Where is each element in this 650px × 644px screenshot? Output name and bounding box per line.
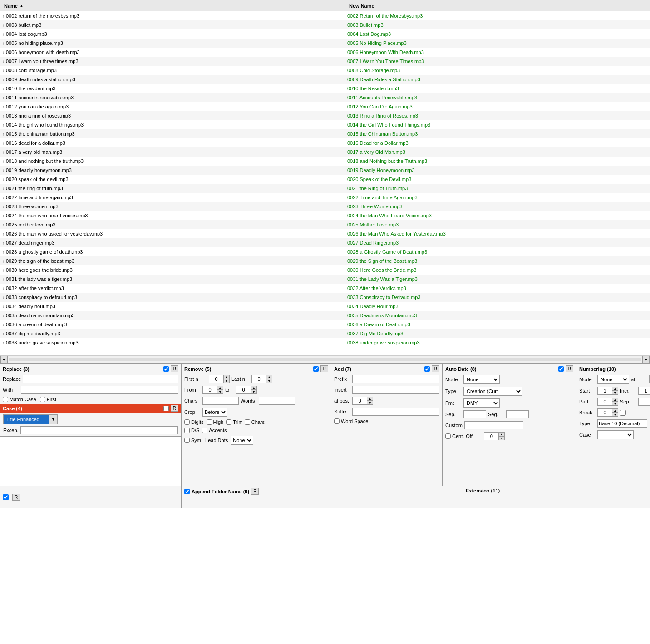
num-break-up-btn[interactable]: ▲ — [612, 408, 618, 413]
cent-checkbox-label[interactable]: Cent. — [445, 433, 464, 439]
word-space-checkbox-label[interactable]: Word Space — [334, 418, 368, 424]
at-pos-up-btn[interactable]: ▲ — [367, 397, 373, 401]
ds-checkbox[interactable] — [184, 428, 190, 433]
table-row[interactable]: ♪0005 no hiding place.mp30005 No Hiding … — [0, 39, 650, 48]
trim-checkbox[interactable] — [226, 419, 231, 425]
table-row[interactable]: ♪0016 dead for a dollar.mp30016 Dead for… — [0, 138, 650, 147]
table-row[interactable]: ♪0015 the chinaman button.mp30015 the Ch… — [0, 129, 650, 138]
col-newname-header[interactable]: New Name — [345, 0, 650, 11]
to-up-btn[interactable]: ▲ — [251, 386, 257, 390]
add-panel-checkbox[interactable] — [424, 366, 430, 372]
excep-input[interactable] — [20, 426, 178, 434]
scroll-right-btn[interactable]: ► — [642, 356, 650, 363]
at-pos-down-btn[interactable]: ▼ — [367, 401, 373, 405]
off-spinbox[interactable]: ▲ ▼ — [484, 432, 505, 440]
table-row[interactable]: ♪0010 the resident.mp30010 the Resident.… — [0, 84, 650, 93]
autodate-sep-input[interactable] — [463, 410, 486, 418]
append-r-button[interactable]: R — [251, 488, 259, 495]
table-row[interactable]: ♪0036 a dream of death.mp30036 a Dream o… — [0, 320, 650, 329]
num-break-checkbox[interactable] — [620, 410, 626, 416]
sym-checkbox-label[interactable]: Sym. — [184, 438, 202, 443]
bottom-left-checkbox[interactable] — [3, 494, 9, 500]
num-sep-input[interactable] — [638, 398, 650, 406]
lastn-up-btn[interactable]: ▲ — [266, 375, 272, 379]
autodate-mode-select[interactable]: None Prefix Suffix Insert — [463, 375, 500, 384]
word-space-checkbox[interactable] — [334, 418, 340, 424]
with-input[interactable] — [21, 386, 178, 394]
from-down-btn[interactable]: ▼ — [217, 390, 223, 394]
from-spinbox[interactable]: ▲ ▼ — [202, 386, 223, 394]
autodate-r-button[interactable]: R — [566, 365, 573, 372]
table-row[interactable]: ♪0033 conspiracy to defraud.mp30033 Cons… — [0, 293, 650, 302]
table-row[interactable]: ♪0002 return of the moresbys.mp30002 Ret… — [0, 11, 650, 20]
match-case-checkbox[interactable] — [3, 397, 8, 402]
cent-checkbox[interactable] — [445, 433, 451, 439]
table-row[interactable]: ♪0026 the man who asked for yesterday.mp… — [0, 229, 650, 238]
num-mode-select[interactable]: None Prefix Suffix Insert — [597, 375, 629, 384]
accents-checkbox-label[interactable]: Accents — [202, 428, 227, 433]
table-row[interactable]: ♪0024 the man who heard voices.mp30024 t… — [0, 211, 650, 220]
firstn-up-btn[interactable]: ▲ — [223, 375, 230, 379]
table-row[interactable]: ♪0030 here goes the bride.mp30030 Here G… — [0, 265, 650, 275]
table-row[interactable]: ♪0014 the girl who found things.mp30014 … — [0, 120, 650, 129]
high-checkbox-label[interactable]: High — [207, 419, 224, 425]
off-input[interactable] — [484, 432, 498, 440]
col-name-header[interactable]: Name ▲ — [0, 0, 345, 11]
autodate-fmt-select[interactable]: DMY MDY YMD — [463, 398, 500, 408]
num-break-down-btn[interactable]: ▼ — [612, 413, 618, 417]
table-row[interactable]: ♪0011 accounts receivable.mp30011 Accoun… — [0, 93, 650, 102]
table-row[interactable]: ♪0009 death rides a stallion.mp30009 Dea… — [0, 75, 650, 84]
first-checkbox[interactable] — [40, 397, 45, 402]
scroll-track[interactable] — [9, 358, 641, 361]
to-down-btn[interactable]: ▼ — [251, 390, 257, 394]
num-pad-input[interactable] — [597, 398, 612, 406]
lastn-spinbox[interactable]: ▲ ▼ — [251, 375, 272, 383]
remove-r-button[interactable]: R — [320, 365, 328, 372]
num-pad-down-btn[interactable]: ▼ — [612, 402, 618, 406]
at-pos-spinbox[interactable]: ▲ ▼ — [352, 397, 373, 405]
table-row[interactable]: ♪0019 deadly honeymoon.mp30019 Deadly Ho… — [0, 166, 650, 175]
append-panel-checkbox[interactable] — [184, 489, 190, 494]
from-input[interactable] — [202, 386, 217, 394]
file-list-body[interactable]: ♪0002 return of the moresbys.mp30002 Ret… — [0, 11, 650, 355]
table-row[interactable]: ♪0021 the ring of truth.mp30021 the Ring… — [0, 184, 650, 193]
bottom-left-r-btn[interactable]: R — [12, 494, 20, 501]
num-pad-up-btn[interactable]: ▲ — [612, 398, 618, 402]
firstn-input[interactable] — [209, 375, 223, 383]
num-type-input[interactable] — [597, 419, 647, 428]
replace-panel-checkbox[interactable] — [163, 366, 169, 372]
to-spinbox[interactable]: ▲ ▼ — [236, 386, 257, 394]
num-incr-spinbox[interactable]: ▲ ▼ — [638, 387, 650, 395]
words-input[interactable] — [259, 397, 295, 405]
remove-panel-checkbox[interactable] — [313, 366, 319, 372]
trim-checkbox-label[interactable]: Trim — [226, 419, 243, 425]
num-start-down-btn[interactable]: ▼ — [612, 391, 618, 395]
table-row[interactable]: ♪0028 a ghostly game of death.mp30028 a … — [0, 247, 650, 256]
scroll-left-btn[interactable]: ◄ — [0, 356, 8, 363]
table-row[interactable]: ♪0006 honeymoon with death.mp30006 Honey… — [0, 48, 650, 57]
digits-checkbox-label[interactable]: Digits — [184, 419, 204, 425]
crop-select[interactable]: Before After — [202, 408, 227, 417]
table-row[interactable]: ♪0027 dead ringer.mp30027 Dead Ringer.mp… — [0, 238, 650, 247]
replace-input[interactable] — [23, 375, 178, 383]
first-label[interactable]: First — [40, 397, 56, 402]
chars-trim-checkbox-label[interactable]: Chars — [245, 419, 265, 425]
lead-dots-select[interactable]: None — [231, 436, 253, 445]
table-row[interactable]: ♪0007 i warn you three times.mp30007 I W… — [0, 57, 650, 66]
firstn-down-btn[interactable]: ▼ — [223, 379, 230, 383]
table-row[interactable]: ♪0038 under grave suspicion.mp30038 unde… — [0, 338, 650, 347]
num-pad-spinbox[interactable]: ▲ ▼ — [597, 398, 618, 406]
autodate-panel-checkbox[interactable] — [558, 366, 564, 372]
table-row[interactable]: ♪0003 bullet.mp30003 Bullet.mp3 — [0, 20, 650, 29]
case-r-button[interactable]: R — [171, 405, 178, 412]
off-down-btn[interactable]: ▼ — [498, 436, 505, 440]
num-start-up-btn[interactable]: ▲ — [612, 387, 618, 391]
num-case-select[interactable] — [597, 430, 634, 439]
num-break-spinbox[interactable]: ▲ ▼ — [597, 408, 618, 417]
ds-checkbox-label[interactable]: D/S — [184, 428, 199, 433]
digits-checkbox[interactable] — [184, 419, 190, 425]
add-r-button[interactable]: R — [432, 365, 439, 372]
chars-trim-checkbox[interactable] — [245, 419, 250, 425]
table-row[interactable]: ♪0037 dig me deadly.mp30037 Dig Me Deadl… — [0, 329, 650, 338]
firstn-spinbox[interactable]: ▲ ▼ — [209, 375, 230, 383]
